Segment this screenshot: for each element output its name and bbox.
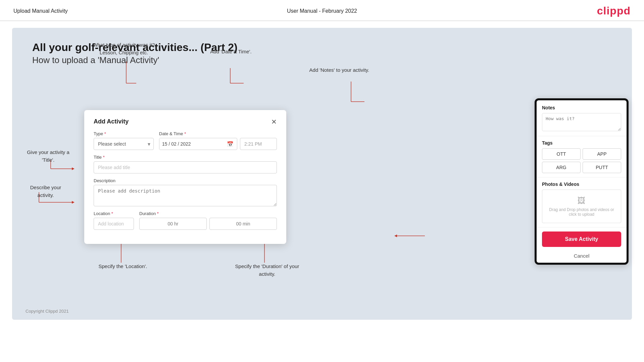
photos-section: Photos & Videos 🖼 Drag and Drop photos a… (537, 177, 627, 227)
svg-marker-9 (72, 201, 75, 204)
date-input[interactable] (159, 138, 224, 150)
tag-arg[interactable]: ARG (542, 162, 581, 173)
ann-datetime: Add 'Date & Time'. (202, 48, 259, 56)
duration-min-input[interactable] (209, 218, 277, 230)
tags-grid: OTT APP ARG PUTT (542, 148, 621, 173)
dialog-header: Add Activity ✕ (94, 118, 277, 125)
close-button[interactable]: ✕ (271, 118, 277, 125)
datetime-group: Date & Time * 📅 (159, 131, 277, 150)
add-activity-dialog: Add Activity ✕ Type * Please select ▾ Da… (84, 110, 286, 244)
ann-description: Describe your activity. (22, 184, 69, 199)
page-subtitle: How to upload a 'Manual Activity' (32, 55, 612, 65)
duration-label-el: Duration * (139, 211, 277, 216)
notes-input[interactable] (542, 113, 621, 131)
ann-location: Specify the 'Location'. (93, 263, 153, 270)
time-input[interactable] (240, 138, 277, 150)
duration-hr-input[interactable] (139, 218, 207, 230)
tag-putt[interactable]: PUTT (583, 162, 621, 173)
svg-marker-6 (72, 167, 75, 170)
tag-app[interactable]: APP (583, 148, 621, 160)
photos-text: Drag and Drop photos and videos or click… (546, 207, 617, 217)
type-select-wrapper: Please select ▾ (94, 138, 154, 150)
title-group: Title * (94, 155, 277, 173)
datetime-inputs: 📅 (159, 138, 277, 150)
duration-inputs (139, 218, 277, 230)
top-bar: Upload Manual Activity User Manual - Feb… (0, 0, 644, 21)
ann-type: What type of activity was it? Lesson, Ch… (85, 41, 162, 56)
save-activity-button[interactable]: Save Activity (542, 231, 621, 247)
type-select[interactable]: Please select (94, 138, 154, 150)
ann-title: Give your activity a 'Title'. (22, 149, 74, 164)
cancel-button[interactable]: Cancel (537, 251, 627, 263)
ann-duration: Specify the 'Duration' of your activity. (234, 263, 301, 278)
calendar-icon: 📅 (224, 141, 237, 147)
main-content: All your golf-relevant activities... (Pa… (12, 28, 632, 320)
tags-label: Tags (542, 140, 621, 146)
description-input[interactable] (94, 185, 277, 206)
notes-label: Notes (542, 105, 621, 110)
dialog-title: Add Activity (94, 118, 129, 125)
tags-section: Tags OTT APP ARG PUTT (537, 136, 627, 177)
description-row: Description (94, 178, 277, 206)
type-date-row: Type * Please select ▾ Date & Time * 📅 (94, 131, 277, 150)
notes-section: Notes (537, 100, 627, 136)
ann-notes: Add 'Notes' to your activity. (307, 66, 371, 74)
image-icon: 🖼 (546, 196, 617, 205)
title-input[interactable] (94, 161, 277, 173)
phone-screen: Notes Tags OTT APP ARG PUTT Photos & Vid… (535, 98, 629, 265)
footer: Copyright Clippd 2021 (26, 309, 69, 314)
location-group: Location * (94, 211, 134, 230)
phone-panel: Notes Tags OTT APP ARG PUTT Photos & Vid… (528, 98, 632, 265)
title-label-el: Title * (94, 155, 277, 160)
duration-group: Duration * (139, 211, 277, 230)
type-label: Type * (94, 131, 154, 136)
datetime-label: Date & Time * (159, 131, 277, 136)
type-group: Type * Please select ▾ (94, 131, 154, 150)
photos-drop-zone[interactable]: 🖼 Drag and Drop photos and videos or cli… (542, 190, 621, 223)
date-input-group: 📅 (159, 138, 237, 150)
description-group: Description (94, 178, 277, 206)
location-duration-row: Location * Duration * (94, 211, 277, 230)
tag-ott[interactable]: OTT (542, 148, 581, 160)
title-row: Title * (94, 155, 277, 173)
location-input[interactable] (94, 218, 134, 230)
location-label-el: Location * (94, 211, 134, 216)
logo: clippd (597, 5, 631, 17)
svg-marker-17 (394, 235, 397, 237)
description-label-el: Description (94, 178, 277, 183)
page-label: Upload Manual Activity (13, 8, 68, 14)
photos-label: Photos & Videos (542, 182, 621, 187)
manual-title: User Manual - February 2022 (287, 8, 357, 14)
